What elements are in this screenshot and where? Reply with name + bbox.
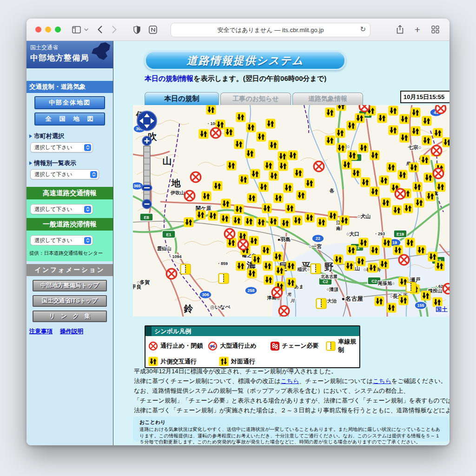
- alternating-traffic-marker[interactable]: [392, 205, 402, 215]
- chubu-top-button[interactable]: 中部地方整備局トップ: [33, 280, 107, 291]
- alternating-traffic-marker[interactable]: [393, 245, 403, 255]
- road-closed-marker[interactable]: [166, 269, 177, 279]
- road-closed-marker[interactable]: [433, 168, 443, 178]
- info-list-select[interactable]: 選択して下さい: [30, 169, 99, 179]
- road-closed-marker[interactable]: [359, 105, 370, 112]
- alternating-traffic-marker[interactable]: [351, 168, 361, 178]
- alternating-traffic-marker[interactable]: [370, 186, 379, 196]
- alternating-traffic-marker[interactable]: [422, 116, 431, 126]
- forward-button[interactable]: [112, 26, 117, 33]
- alternating-traffic-marker[interactable]: [386, 303, 396, 312]
- alternating-traffic-marker[interactable]: [256, 217, 266, 227]
- alternating-traffic-marker[interactable]: [347, 150, 357, 160]
- alternating-traffic-marker[interactable]: [433, 128, 443, 138]
- alternating-traffic-marker[interactable]: [261, 245, 271, 255]
- privacy-shield-icon[interactable]: [133, 26, 140, 34]
- alternating-traffic-marker[interactable]: [382, 238, 391, 247]
- alternating-traffic-marker[interactable]: [236, 261, 245, 271]
- municipality-select[interactable]: 選択して下さい: [30, 142, 93, 152]
- alternating-traffic-marker[interactable]: [278, 151, 287, 161]
- alternating-traffic-marker[interactable]: [263, 261, 272, 271]
- alternating-traffic-marker[interactable]: [428, 251, 437, 261]
- alternating-traffic-marker[interactable]: [283, 183, 293, 192]
- mlit-its-top-button[interactable]: 国土交通省ITSトップ: [33, 295, 107, 307]
- alternating-traffic-marker[interactable]: [206, 105, 216, 115]
- alternating-traffic-marker[interactable]: [236, 112, 245, 122]
- map-zoom-slider[interactable]: [142, 136, 152, 209]
- alternating-traffic-marker[interactable]: [232, 215, 242, 225]
- alternating-traffic-marker[interactable]: [333, 254, 343, 264]
- road-closed-marker[interactable]: [225, 229, 235, 239]
- reload-icon[interactable]: ↻: [360, 25, 366, 33]
- road-closed-marker[interactable]: [272, 287, 282, 298]
- alternating-traffic-marker[interactable]: [379, 175, 389, 185]
- alternating-traffic-marker[interactable]: [442, 137, 450, 147]
- alternating-traffic-marker[interactable]: [405, 238, 415, 247]
- alternating-traffic-marker[interactable]: [381, 198, 390, 207]
- operation-guide-link[interactable]: 操作説明: [60, 328, 83, 336]
- lane-regulation-marker[interactable]: [218, 273, 229, 284]
- alternating-traffic-marker[interactable]: [360, 177, 370, 187]
- alternating-traffic-marker[interactable]: [304, 212, 314, 222]
- road-closed-marker[interactable]: [395, 189, 405, 199]
- alternating-traffic-marker[interactable]: [388, 106, 398, 115]
- alternating-traffic-marker[interactable]: [410, 126, 420, 136]
- alternating-traffic-marker[interactable]: [358, 143, 368, 152]
- alternating-traffic-marker[interactable]: [249, 236, 258, 245]
- alternating-traffic-marker[interactable]: [370, 245, 379, 255]
- alternating-traffic-marker[interactable]: [335, 128, 345, 138]
- tab-overview-icon[interactable]: [431, 26, 439, 33]
- alternating-traffic-marker[interactable]: [256, 132, 266, 141]
- alternating-traffic-marker[interactable]: [226, 160, 236, 170]
- alternating-traffic-marker[interactable]: [356, 256, 365, 266]
- alternating-traffic-marker[interactable]: [397, 170, 407, 179]
- alternating-traffic-marker[interactable]: [388, 125, 398, 135]
- alternating-traffic-marker[interactable]: [292, 215, 302, 225]
- alternating-traffic-marker[interactable]: [251, 254, 261, 264]
- alternating-traffic-marker[interactable]: [410, 107, 420, 117]
- alternating-traffic-marker[interactable]: [247, 268, 257, 278]
- alternating-traffic-marker[interactable]: [280, 218, 290, 228]
- alternating-traffic-marker[interactable]: [286, 278, 296, 287]
- kochira-link[interactable]: こちら: [373, 377, 391, 384]
- new-tab-button[interactable]: +: [415, 26, 420, 34]
- road-closed-marker[interactable]: [314, 161, 324, 172]
- general-road-select[interactable]: 選択して下さい: [30, 235, 93, 245]
- alternating-traffic-marker[interactable]: [425, 191, 435, 201]
- extension-n-icon[interactable]: [149, 26, 157, 34]
- lane-regulation-marker[interactable]: [316, 298, 326, 309]
- alternating-traffic-marker[interactable]: [234, 204, 244, 214]
- alternating-traffic-marker[interactable]: [328, 211, 337, 220]
- minimize-window-button[interactable]: [45, 26, 51, 33]
- alternating-traffic-marker[interactable]: [265, 119, 275, 128]
- zoom-window-button[interactable]: [55, 26, 61, 33]
- alternating-traffic-marker[interactable]: [275, 265, 284, 275]
- alternating-traffic-marker[interactable]: [234, 139, 244, 149]
- alternating-traffic-marker[interactable]: [346, 245, 356, 255]
- alternating-traffic-marker[interactable]: [386, 162, 396, 172]
- alternating-traffic-marker[interactable]: [377, 113, 387, 123]
- alternating-traffic-marker[interactable]: [325, 135, 335, 145]
- alternating-traffic-marker[interactable]: [262, 203, 271, 213]
- back-button[interactable]: [98, 26, 102, 33]
- alternating-traffic-marker[interactable]: [286, 261, 296, 271]
- lane-regulation-marker[interactable]: [406, 282, 416, 292]
- sidebar-toggle-icon[interactable]: [72, 26, 81, 33]
- highway-traffic-select[interactable]: 選択して下さい: [30, 204, 93, 214]
- alternating-traffic-marker[interactable]: [416, 245, 426, 255]
- alternating-traffic-marker[interactable]: [414, 198, 424, 207]
- alternating-traffic-marker[interactable]: [220, 213, 230, 223]
- lane-regulation-marker[interactable]: [311, 264, 321, 274]
- alternating-traffic-marker[interactable]: [409, 162, 418, 172]
- alternating-traffic-marker[interactable]: [358, 238, 368, 247]
- lane-regulation-marker[interactable]: [180, 264, 191, 274]
- org-banner[interactable]: 国土交通省 中部地方整備局: [26, 41, 113, 68]
- alternating-traffic-marker[interactable]: [212, 181, 222, 191]
- alternating-traffic-marker[interactable]: [250, 169, 260, 178]
- chubu-whole-map-button[interactable]: 中部全体地図: [34, 96, 105, 109]
- alternating-traffic-marker[interactable]: [264, 275, 273, 284]
- alternating-traffic-marker[interactable]: [196, 210, 205, 219]
- alternating-traffic-marker[interactable]: [208, 211, 218, 220]
- road-closed-marker[interactable]: [185, 191, 195, 201]
- notes-link[interactable]: 注意事項: [29, 328, 53, 336]
